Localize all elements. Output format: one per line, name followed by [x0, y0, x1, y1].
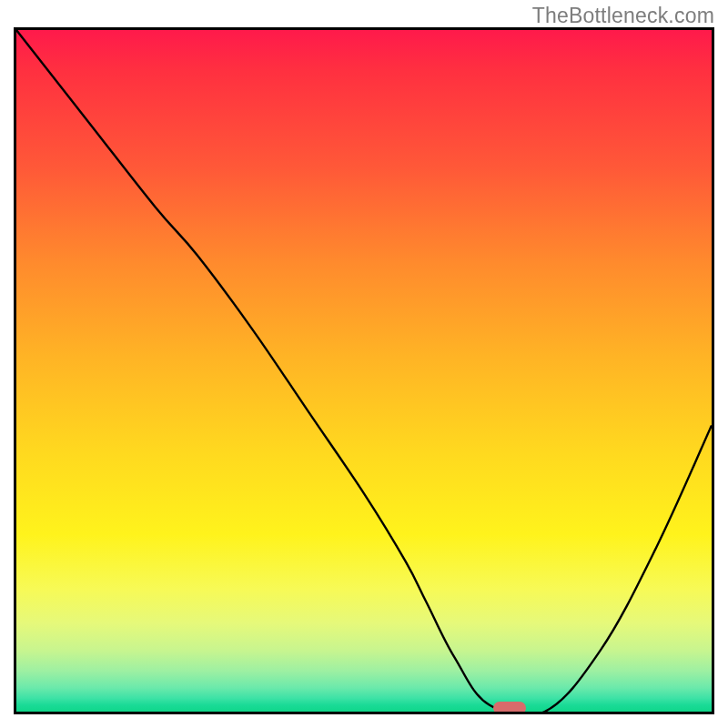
optimal-marker: [493, 702, 526, 714]
bottleneck-curve-path: [16, 30, 712, 712]
watermark-text: TheBottleneck.com: [532, 4, 714, 28]
chart-frame: [14, 27, 714, 714]
bottleneck-curve-svg: [16, 30, 712, 712]
